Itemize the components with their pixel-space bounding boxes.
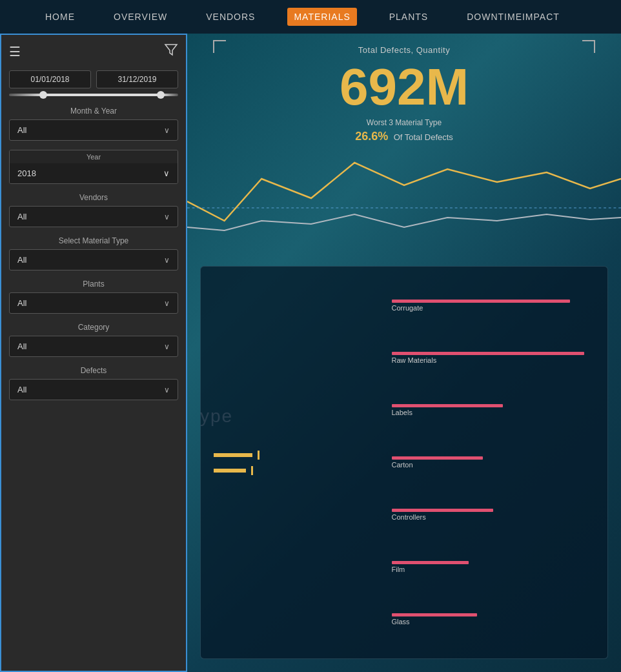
corner-tl xyxy=(213,40,226,53)
chart-title: Total Defects, Quantity xyxy=(213,40,595,55)
percent-value: 26.6% xyxy=(355,130,388,143)
material-type-dropdown[interactable]: All ∨ xyxy=(9,249,178,270)
chevron-down-icon: ∨ xyxy=(164,299,170,308)
year-value: 2018 xyxy=(17,168,36,178)
bar-label: Carton xyxy=(392,461,595,469)
pink-bar xyxy=(392,300,571,303)
category-section: Category All ∨ xyxy=(9,323,178,357)
bar-item-controllers: Controllers xyxy=(392,509,595,521)
defects-dropdown[interactable]: All ∨ xyxy=(9,379,178,400)
defects-label: Defects xyxy=(9,366,178,375)
bar-label: Glass xyxy=(392,618,595,626)
plants-value: All xyxy=(17,298,26,308)
bar-label: Corrugate xyxy=(392,304,595,312)
bar-item-labels: Labels xyxy=(392,404,595,416)
corner-tr xyxy=(582,40,595,53)
left-bar-2 xyxy=(214,466,372,475)
vendors-dropdown[interactable]: All ∨ xyxy=(9,206,178,227)
svg-marker-1 xyxy=(165,45,177,55)
bar-item-raw-materials: Raw Materials xyxy=(392,352,595,364)
plants-dropdown[interactable]: All ∨ xyxy=(9,292,178,314)
defects-value: All xyxy=(17,385,26,394)
bottom-chart-panel: Corrugate Raw Materials Labels Carton Co… xyxy=(200,266,608,659)
defects-section: Defects All ∨ xyxy=(9,366,178,400)
bar-tick xyxy=(251,466,253,475)
vendors-value: All xyxy=(17,212,26,221)
material-type-value: All xyxy=(17,255,26,265)
category-value: All xyxy=(17,341,26,351)
bar-item-corrugate: Corrugate xyxy=(392,300,595,312)
nav-home[interactable]: Home xyxy=(39,8,81,26)
nav-materials[interactable]: Materials xyxy=(287,8,356,26)
range-slider[interactable] xyxy=(9,94,178,96)
pink-bar xyxy=(392,509,493,512)
pink-bar xyxy=(392,404,504,407)
month-year-section: Month & Year All ∨ xyxy=(9,107,178,141)
year-section: Year 2018 ∨ xyxy=(9,150,178,184)
nav-vendors[interactable]: Vendors xyxy=(199,8,261,26)
right-bars: Corrugate Raw Materials Labels Carton Co… xyxy=(385,280,595,646)
yellow-bar xyxy=(214,469,246,473)
material-type-section: Select Material Type All ∨ xyxy=(9,236,178,270)
date-range-row: 01/01/2018 31/12/2019 xyxy=(9,70,178,88)
vendors-label: Vendors xyxy=(9,193,178,202)
plants-label: Plants xyxy=(9,280,178,289)
nav-plants[interactable]: Plants xyxy=(383,8,434,26)
category-dropdown[interactable]: All ∨ xyxy=(9,336,178,357)
date-end[interactable]: 31/12/2019 xyxy=(96,70,178,88)
chevron-down-icon: ∨ xyxy=(164,342,170,351)
navbar: Home Overview Vendors Materials Plants D… xyxy=(0,0,621,34)
chart-percent: 26.6% Of Total Defects xyxy=(213,130,595,143)
plants-section: Plants All ∨ xyxy=(9,280,178,314)
left-bars xyxy=(214,280,385,646)
pink-bar xyxy=(392,456,484,460)
pink-bar xyxy=(392,352,585,355)
chart-subtitle: Worst 3 Material Type xyxy=(213,118,595,127)
nav-overview[interactable]: Overview xyxy=(107,8,174,26)
total-defects-number: 692M xyxy=(213,61,595,113)
chevron-down-icon: ∨ xyxy=(164,212,170,221)
main-content-area: Total Defects, Quantity 692M Worst 3 Mat… xyxy=(187,34,621,672)
material-type-label: Select Material Type xyxy=(9,236,178,245)
nav-downtime-impact[interactable]: DowntimeImpact xyxy=(460,8,566,26)
vendors-section: Vendors All ∨ xyxy=(9,193,178,227)
top-chart: Total Defects, Quantity 692M Worst 3 Mat… xyxy=(213,40,595,247)
bar-label: Labels xyxy=(392,409,595,416)
bar-label: Film xyxy=(392,565,595,573)
month-year-value: All xyxy=(17,125,26,135)
sidebar-panel: ☰ 01/01/2018 31/12/2019 Month & Year All… xyxy=(0,34,187,672)
filter-icon[interactable] xyxy=(164,43,178,60)
percent-label: Of Total Defects xyxy=(394,132,453,142)
year-dropdown[interactable]: 2018 ∨ xyxy=(10,163,178,183)
bar-item-glass: Glass xyxy=(392,613,595,626)
month-year-dropdown[interactable]: All ∨ xyxy=(9,119,178,141)
bar-item-film: Film xyxy=(392,561,595,573)
category-label: Category xyxy=(9,323,178,332)
left-bar-1 xyxy=(214,451,372,460)
sidebar-header: ☰ xyxy=(9,43,178,60)
bar-label: Controllers xyxy=(392,513,595,521)
pink-bar xyxy=(392,613,477,616)
hamburger-icon[interactable]: ☰ xyxy=(9,44,21,59)
chevron-down-icon: ∨ xyxy=(164,126,170,135)
date-start[interactable]: 01/01/2018 xyxy=(9,70,91,88)
month-year-label: Month & Year xyxy=(9,107,178,116)
chevron-down-icon: ∨ xyxy=(164,385,170,394)
year-label: Year xyxy=(10,150,178,163)
pink-bar xyxy=(392,561,469,564)
yellow-bar xyxy=(214,453,252,457)
chevron-down-icon: ∨ xyxy=(164,256,170,265)
bar-tick xyxy=(258,451,260,460)
chevron-down-icon: ∨ xyxy=(163,168,170,178)
bar-item-carton: Carton xyxy=(392,456,595,469)
line-chart xyxy=(187,143,621,247)
bar-label: Raw Materials xyxy=(392,356,595,364)
